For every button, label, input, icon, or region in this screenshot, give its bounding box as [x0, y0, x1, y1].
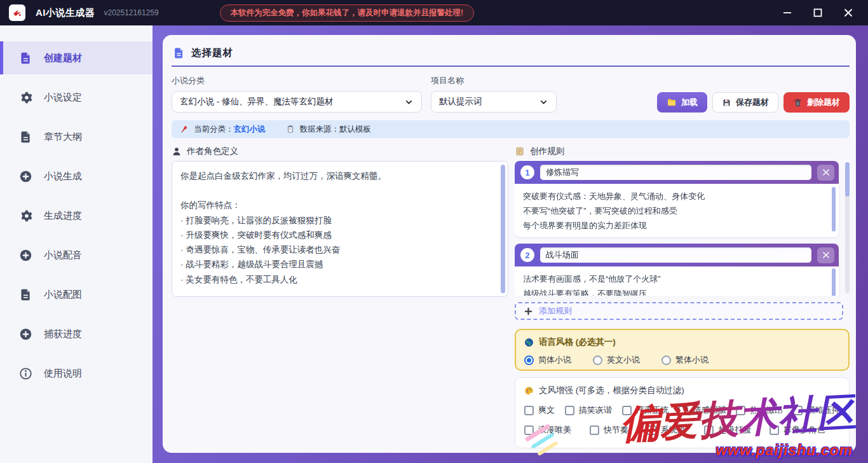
sidebar-item-novel-generate[interactable]: 小说生成: [0, 160, 153, 193]
sidebar-item-label: 小说配音: [44, 249, 82, 261]
sidebar: 创建题材 小说设定 章节大纲 小说生成 生成进度 小说配音 小说配图 捕获进度: [0, 25, 153, 463]
textarea-scrollbar[interactable]: [501, 165, 505, 293]
data-source-text: 数据来源：默认模板: [300, 124, 372, 135]
save-theme-button-label: 保存题材: [736, 97, 769, 108]
sidebar-item-label: 小说配图: [44, 289, 82, 301]
checkbox-label: 爽文: [538, 404, 555, 416]
maximize-button[interactable]: [807, 4, 829, 22]
checkbox-langman[interactable]: 浪漫唯美: [524, 424, 571, 436]
load-button[interactable]: 加载: [657, 92, 707, 113]
checkbox-yueji[interactable]: 越级打脸: [704, 424, 751, 436]
sidebar-item-novel-settings[interactable]: 小说设定: [0, 81, 153, 114]
radio-label: 繁体小说: [675, 354, 709, 366]
radio-simplified-novel[interactable]: 简体小说: [524, 354, 571, 366]
checkbox-qinggan[interactable]: 情感细腻: [679, 404, 726, 416]
page-title: 选择题材: [191, 46, 233, 60]
checkbox-label: 浪漫唯美: [538, 424, 571, 436]
author-role-textarea[interactable]: 你是起点白金级玄幻作家，均订过万，深谙爽文精髓。 你的写作特点： · 打脸要响亮…: [172, 161, 508, 297]
sidebar-item-label: 小说设定: [44, 92, 82, 104]
author-panel-title: 作者角色定义: [172, 144, 508, 158]
clipboard-icon: [286, 125, 295, 134]
sidebar-item-novel-illustration[interactable]: 小说配图: [0, 278, 153, 311]
sidebar-item-novel-voice[interactable]: 小说配音: [0, 238, 153, 272]
save-theme-button[interactable]: 保存题材: [712, 92, 778, 113]
document-icon: [19, 288, 32, 301]
sidebar-item-label: 小说生成: [44, 170, 82, 183]
sidebar-item-chapter-outline[interactable]: 章节大纲: [0, 120, 153, 153]
free-warning-banner: 本软件为完全免费，你如果花钱了，请及时申请退款并且报警处理!: [220, 4, 475, 22]
project-select[interactable]: 默认提示词: [431, 91, 557, 113]
info-circle-icon: [19, 367, 32, 380]
category-field: 小说分类 玄幻小说 - 修仙、异界、魔法等玄幻题材: [172, 75, 422, 113]
category-label: 小说分类: [172, 75, 422, 86]
checkbox-icon: [793, 406, 803, 415]
rule-content[interactable]: 突破要有仪式感：天地异象、灵气涌动、身体变化 不要写“他突破了”，要写突破的过程…: [523, 190, 826, 233]
plus-circle-icon: [19, 170, 32, 183]
checkbox-xitongliu[interactable]: 系统流: [647, 424, 686, 436]
sidebar-item-capture-progress[interactable]: 捕获进度: [0, 317, 153, 350]
gear-icon: [19, 209, 32, 223]
radio-label: 简体小说: [538, 354, 571, 366]
floppy-icon: [722, 98, 731, 107]
chevron-down-icon: [539, 97, 548, 107]
gear-icon: [19, 91, 32, 104]
rules-panel-title-label: 创作规则: [530, 146, 564, 157]
checkbox-heian[interactable]: 黑暗压抑: [793, 404, 840, 416]
load-button-label: 加载: [681, 97, 698, 108]
radio-label: 英文小说: [607, 354, 640, 366]
category-select-value: 玄幻小说 - 修仙、异界、魔法等玄幻题材: [180, 96, 404, 107]
checkbox-icon: [622, 406, 632, 415]
checkbox-label: 快节奏: [604, 424, 628, 436]
person-icon: [172, 146, 182, 156]
checkbox-label: 情感细腻: [693, 404, 726, 416]
checkbox-label: 系统流: [661, 424, 686, 436]
checkbox-label: 黑暗压抑: [807, 404, 840, 416]
pushpin-icon: [179, 125, 189, 134]
document-icon: [19, 130, 32, 144]
main-panel: 选择题材 小说分类 玄幻小说 - 修仙、异界、魔法等玄幻题材 项目名称 默认提示…: [163, 35, 856, 453]
sidebar-item-create-theme[interactable]: 创建题材: [0, 41, 153, 74]
checkbox-gaoxiao[interactable]: 搞笑诙谐: [565, 404, 612, 416]
plus-circle-icon: [19, 328, 32, 341]
checkbox-icon: [524, 406, 534, 415]
palette-icon: [524, 386, 534, 396]
app-title: AI小说生成器: [36, 7, 95, 19]
add-rule-button[interactable]: 添加规则: [515, 302, 843, 320]
checkbox-icon: [524, 425, 534, 435]
sidebar-item-help[interactable]: 使用说明: [0, 357, 153, 390]
checkbox-icon: [770, 425, 779, 435]
checkbox-qunxiang[interactable]: 群像多角色: [770, 424, 825, 436]
delete-theme-button[interactable]: 删除题材: [783, 92, 850, 113]
author-panel-title-label: 作者角色定义: [187, 146, 238, 157]
language-style-box: 语言风格 (必选其一) 简体小说 英文小说 繁体小说: [515, 329, 850, 371]
project-label: 项目名称: [431, 75, 557, 86]
rule-close-icon[interactable]: [817, 247, 834, 263]
checkbox-kuaijiezou[interactable]: 快节奏: [590, 424, 628, 436]
rule-scrollbar[interactable]: [832, 268, 836, 296]
rule-name-input[interactable]: [540, 247, 811, 263]
close-button[interactable]: [837, 4, 859, 22]
category-select[interactable]: 玄幻小说 - 修仙、异界、魔法等玄幻题材: [172, 91, 422, 113]
rules-scrollbar-thumb[interactable]: [845, 162, 850, 197]
checkbox-yansu[interactable]: 严肃正统: [622, 404, 669, 416]
checkbox-icon: [647, 425, 656, 435]
checkbox-label: 越级打脸: [718, 424, 751, 436]
checkbox-label: 群像多角色: [783, 424, 825, 436]
radio-traditional-novel[interactable]: 繁体小说: [661, 354, 709, 366]
sidebar-item-label: 创建题材: [44, 52, 82, 64]
rule-scrollbar[interactable]: [832, 187, 836, 232]
chevron-down-icon: [404, 97, 414, 107]
rule-name-input[interactable]: [540, 165, 811, 180]
app-logo-icon: [9, 4, 25, 21]
checkbox-rexue[interactable]: 热血激昂: [736, 404, 783, 416]
sidebar-item-generate-progress[interactable]: 生成进度: [0, 199, 153, 232]
rule-number-badge: 1: [520, 165, 534, 179]
rule-content[interactable]: 法术要有画面感，不是“他放了个火球” 越级战斗要有策略，不要降智碾压: [523, 272, 826, 296]
minimize-button[interactable]: [776, 4, 798, 22]
rule-close-icon[interactable]: [817, 165, 834, 181]
checkbox-shuangwen[interactable]: 爽文: [524, 404, 555, 416]
rule-card: 2 法术要有画面感，不是“他放了个火球” 越级战斗要有策略，不要降智碾压: [515, 244, 839, 296]
sidebar-item-label: 生成进度: [44, 210, 82, 222]
section-header: 选择题材: [172, 44, 850, 67]
radio-english-novel[interactable]: 英文小说: [593, 354, 640, 366]
